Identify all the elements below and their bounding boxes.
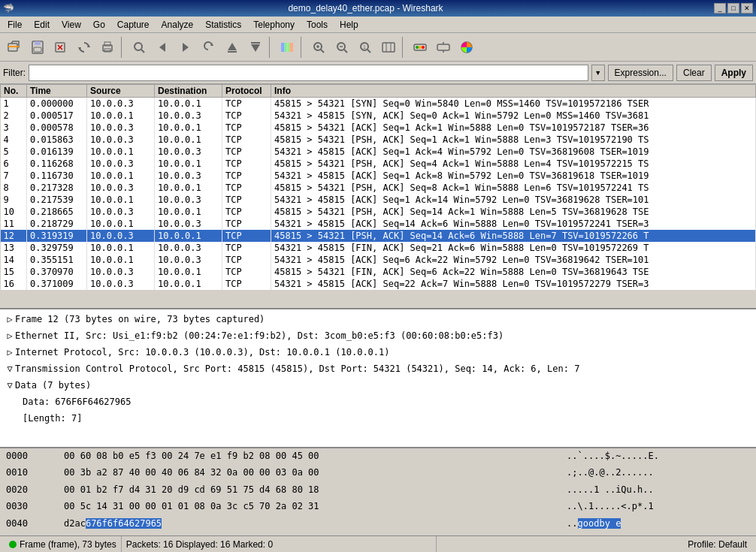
close-button[interactable]: ✕ — [741, 3, 753, 14]
hex-row: 003000 5c 14 31 00 00 01 01 08 0a 3c c5 … — [3, 500, 753, 517]
tree-ethernet-expander[interactable]: ▷ — [5, 329, 15, 342]
toolbar-separator-3 — [301, 37, 305, 58]
menu-telephony[interactable]: Telephony — [247, 18, 301, 32]
table-row[interactable]: 90.21753910.0.0.110.0.0.3TCP54321 > 4581… — [1, 194, 756, 206]
tree-frame[interactable]: ▷ Frame 12 (73 bytes on wire, 73 bytes c… — [2, 311, 754, 327]
table-row[interactable]: 100.21866510.0.0.310.0.0.1TCP45815 > 543… — [1, 206, 756, 218]
packet-list-container: No. Time Source Destination Protocol Inf… — [0, 84, 756, 309]
tree-tcp-expander[interactable]: ▽ — [5, 362, 15, 376]
table-row[interactable]: 120.31931910.0.0.310.0.0.1TCP45815 > 543… — [1, 230, 756, 242]
expression-button[interactable]: Expression... — [608, 65, 673, 81]
status-packets-section: Packets: 16 Displayed: 16 Marked: 0 — [122, 536, 437, 552]
table-row[interactable]: 150.37097010.0.0.310.0.0.1TCP45815 > 543… — [1, 266, 756, 278]
tree-ip-expander[interactable]: ▷ — [5, 345, 15, 359]
tb-first-button[interactable] — [221, 36, 243, 59]
svg-marker-17 — [228, 43, 237, 50]
tree-ethernet[interactable]: ▷ Ethernet II, Src: Usi_e1:f9:b2 (00:24:… — [2, 327, 754, 344]
table-row[interactable]: 50.01613910.0.0.110.0.0.3TCP54321 > 4581… — [1, 146, 756, 158]
tree-ip[interactable]: ▷ Internet Protocol, Src: 10.0.0.3 (10.0… — [2, 344, 754, 360]
tb-zoom-out-button[interactable] — [331, 36, 353, 59]
table-row[interactable]: 130.32975910.0.0.110.0.0.3TCP54321 > 458… — [1, 242, 756, 254]
table-row[interactable]: 20.00051710.0.0.110.0.0.3TCP54321 > 4581… — [1, 110, 756, 122]
filterbar: Filter: ▼ Expression... Clear Apply — [0, 62, 756, 84]
table-row[interactable]: 40.01586310.0.0.310.0.0.1TCP45815 > 5432… — [1, 134, 756, 146]
menu-view[interactable]: View — [56, 18, 87, 32]
tree-tcp[interactable]: ▽ Transmission Control Protocol, Src Por… — [2, 360, 754, 377]
table-row[interactable]: 60.11626810.0.0.310.0.0.1TCP45815 > 5432… — [1, 158, 756, 170]
svg-line-32 — [367, 50, 370, 53]
table-row[interactable]: 80.21732810.0.0.310.0.0.1TCP45815 > 5432… — [1, 182, 756, 194]
status-indicator — [9, 541, 17, 548]
minimize-button[interactable]: _ — [714, 3, 726, 14]
tree-panel[interactable]: ▷ Frame 12 (73 bytes on wire, 73 bytes c… — [0, 309, 756, 448]
col-dst: Destination — [155, 85, 222, 98]
maximize-button[interactable]: □ — [727, 3, 739, 14]
tree-data-expander[interactable]: ▽ — [5, 379, 15, 392]
apply-button[interactable]: Apply — [715, 65, 753, 81]
svg-rect-41 — [437, 44, 449, 50]
tb-open-file-button[interactable] — [3, 36, 26, 59]
tb-capture-options-button[interactable] — [432, 36, 455, 59]
col-proto: Protocol — [222, 85, 271, 98]
tb-find-button[interactable] — [128, 36, 150, 59]
menu-edit[interactable]: Edit — [28, 18, 56, 32]
hex-panel[interactable]: 000000 60 08 b0 e5 f3 00 24 7e e1 f9 b2 … — [0, 448, 756, 535]
tb-zoom-in-button[interactable] — [307, 36, 330, 59]
menu-capture[interactable]: Capture — [111, 18, 156, 32]
hex-table: 000000 60 08 b0 e5 f3 00 24 7e e1 f9 b2 … — [3, 450, 753, 534]
tb-save-button[interactable] — [26, 36, 49, 59]
status-packets-label: Packets: 16 Displayed: 16 Marked: 0 — [126, 539, 273, 550]
tree-ip-label: Internet Protocol, Src: 10.0.0.3 (10.0.0… — [15, 345, 390, 359]
svg-rect-3 — [34, 47, 41, 52]
table-row[interactable]: 30.00057810.0.0.310.0.0.1TCP45815 > 5432… — [1, 122, 756, 134]
packet-list: No. Time Source Destination Protocol Inf… — [0, 84, 756, 290]
svg-point-39 — [419, 46, 422, 49]
table-row[interactable]: 160.37100910.0.0.310.0.0.1TCP54321 > 458… — [1, 278, 756, 290]
svg-point-38 — [416, 46, 419, 49]
tb-resize-columns-button[interactable] — [377, 36, 400, 59]
toolbar: 1 — [0, 33, 756, 62]
tb-goto-button[interactable] — [198, 36, 220, 59]
menu-tools[interactable]: Tools — [301, 18, 334, 32]
tb-print-button[interactable] — [96, 36, 119, 59]
tb-last-button[interactable] — [244, 36, 267, 59]
tree-data[interactable]: ▽ Data (7 bytes) — [2, 377, 754, 394]
tb-prev-button[interactable] — [151, 36, 174, 59]
tb-reload-button[interactable] — [73, 36, 95, 59]
tb-normal-size-button[interactable]: 1 — [354, 36, 376, 59]
tree-data-value: Data: 676F6F64627965 — [2, 394, 754, 410]
menu-statistics[interactable]: Statistics — [199, 18, 247, 32]
clear-button[interactable]: Clear — [676, 65, 712, 81]
filter-dropdown-button[interactable]: ▼ — [591, 65, 605, 81]
svg-point-12 — [135, 43, 142, 50]
table-row[interactable]: 110.21872910.0.0.110.0.0.3TCP54321 > 458… — [1, 218, 756, 230]
toolbar-separator-2 — [269, 37, 274, 58]
tb-colorize-packet-button[interactable] — [455, 36, 478, 59]
tree-tcp-label: Transmission Control Protocol, Src Port:… — [15, 362, 579, 376]
table-row[interactable]: 140.35515110.0.0.110.0.0.3TCP54321 > 458… — [1, 254, 756, 266]
tree-data-label: Data (7 bytes) — [15, 379, 91, 392]
menu-analyze[interactable]: Analyze — [156, 18, 200, 32]
table-row[interactable]: 10.00000010.0.0.310.0.0.1TCP45815 > 5432… — [1, 98, 756, 110]
status-profile-section: Profile: Default — [437, 536, 751, 552]
svg-line-29 — [344, 50, 347, 53]
svg-line-13 — [141, 50, 144, 53]
menu-go[interactable]: Go — [87, 18, 111, 32]
packet-list-scroll[interactable]: No. Time Source Destination Protocol Inf… — [0, 84, 756, 309]
menu-file[interactable]: File — [2, 18, 28, 32]
svg-rect-23 — [284, 43, 290, 52]
tb-close-capture-button[interactable] — [50, 36, 72, 59]
svg-text:1: 1 — [363, 44, 366, 50]
status-frame-section: Frame (frame), 73 bytes — [5, 536, 122, 552]
tb-colorize-button[interactable] — [276, 36, 298, 59]
svg-rect-2 — [35, 41, 41, 45]
filter-input[interactable] — [29, 65, 588, 81]
tb-capture-interfaces-button[interactable] — [409, 36, 431, 59]
menu-help[interactable]: Help — [334, 18, 364, 32]
col-no: No. — [1, 85, 27, 98]
table-row[interactable]: 70.11673010.0.0.110.0.0.3TCP54321 > 4581… — [1, 170, 756, 182]
tree-data-length: [Length: 7] — [2, 410, 754, 427]
tree-frame-expander[interactable]: ▷ — [5, 312, 15, 326]
col-time: Time — [27, 85, 87, 98]
tb-next-button[interactable] — [174, 36, 197, 59]
